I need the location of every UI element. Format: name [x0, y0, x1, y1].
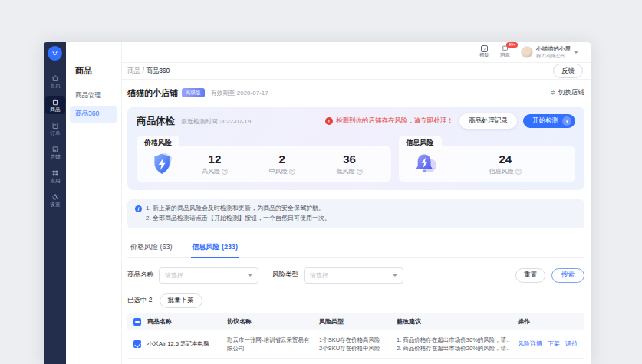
risk-type: 1个SKU存在价格高风险 2个SKU存在价格中风险: [319, 336, 397, 353]
col-product-name: 商品名称: [147, 317, 227, 326]
selection-bar: 已选中 2 批量下架: [127, 293, 584, 308]
risk-tabs: 价格风险 (63) 信息风险 (233): [127, 239, 584, 258]
health-check-card: 商品体检 最近检测时间 2022-07-19 ! 检测到你的店铺存在风险，请立即…: [127, 107, 584, 190]
adjust-price-link[interactable]: 调价: [565, 339, 578, 348]
help-icon: ?: [481, 45, 488, 52]
switch-shop-button[interactable]: 切换店铺: [550, 88, 584, 97]
product-name-label: 商品名称: [127, 271, 153, 280]
col-actions: 操作: [518, 317, 584, 326]
storefront-icon: [51, 146, 59, 153]
nav-item-label: 店铺: [50, 154, 60, 160]
agreement-name: 彩云市一张网-培训省云采贸易有限公司: [227, 336, 319, 353]
table-row: 小米 i5-11300H 笔记本电脑 关于滇塘县-打印机-框架协议的项目-培训省…: [127, 359, 584, 364]
company-name: 得力有限公司: [536, 53, 571, 59]
search-button[interactable]: 搜索: [551, 268, 584, 283]
table-header: 商品名称 协议名称 风险类型 整改建议 操作: [127, 313, 584, 330]
row-actions: 风险详情 下架 调价: [518, 339, 584, 348]
alert-icon: !: [325, 117, 333, 125]
risk-alert: ! 检测到你的店铺存在风险，请立即处理！: [325, 116, 453, 126]
info-icon: i: [135, 205, 142, 212]
notice-line: 1. 新上架的商品风险会及时检测和更新，为商品的安全保驾护航。: [146, 204, 331, 214]
table-row: 小米Air 12.5 笔记本电脑 彩云市一张网-培训省云采贸易有限公司 1个SK…: [127, 330, 584, 359]
apps-grid-icon: [51, 169, 59, 177]
nav-item-goods[interactable]: 商品: [45, 96, 65, 114]
nav-item-settings[interactable]: 设置: [45, 191, 65, 209]
select-all-checkbox[interactable]: [133, 318, 141, 326]
col-agreement-name: 协议名称: [227, 317, 319, 326]
swap-icon: [550, 90, 556, 96]
shield-lightning-icon: [149, 152, 176, 176]
shop-header: 猫猫的小店铺 高级版 有效期至 2020-07-17 切换店铺: [127, 85, 584, 100]
breadcrumb-parent[interactable]: 商品: [127, 67, 140, 74]
help-button[interactable]: ? 帮助: [479, 45, 489, 59]
nav-item-shop[interactable]: 店铺: [45, 143, 65, 162]
primary-sidebar: 首页 商品 订单 店铺 应用 设置: [44, 42, 66, 364]
feedback-button[interactable]: 反馈: [553, 64, 583, 78]
offshelf-link[interactable]: 下架: [548, 339, 560, 348]
submenu-item-goods-360[interactable]: 商品360: [70, 106, 117, 123]
health-check-title: 商品体检: [137, 115, 175, 128]
process-records-button[interactable]: 商品处理记录: [459, 113, 517, 129]
validity-text: 有效期至 2020-07-17: [211, 89, 268, 97]
nav-item-label: 设置: [50, 202, 60, 208]
stat-info-risk: 24 信息风险?: [443, 152, 568, 175]
help-tooltip-icon[interactable]: ?: [222, 169, 228, 175]
bell-lightning-icon: [411, 152, 439, 176]
account-menu[interactable]: 小喵喵的小屋 得力有限公司: [521, 45, 578, 59]
goods-icon: [51, 98, 59, 106]
col-risk-type: 风险类型: [319, 317, 397, 326]
selected-count: 已选中 2: [127, 296, 153, 305]
breadcrumb-row: 商品 / 商品360 反馈: [122, 63, 591, 80]
row-checkbox[interactable]: [133, 340, 141, 348]
app-logo[interactable]: [48, 46, 62, 61]
chevron-down-icon: [574, 51, 578, 54]
reset-button[interactable]: 重置: [515, 268, 545, 283]
risk-detail-link[interactable]: 风险详情: [518, 339, 542, 348]
stat-low-risk: 36 低风险?: [316, 152, 384, 175]
batch-offshelf-button[interactable]: 批量下架: [160, 293, 202, 308]
messages-button[interactable]: 99+ 消息: [500, 45, 510, 59]
risk-type-select[interactable]: 请选择: [304, 267, 403, 284]
nav-item-apps[interactable]: 应用: [45, 167, 65, 185]
price-risk-panel: 价格风险 12 高风险? 2: [137, 146, 391, 182]
messages-label: 消息: [500, 52, 510, 59]
nav-item-orders[interactable]: 订单: [45, 120, 65, 138]
gear-icon: [51, 193, 59, 201]
lightning-icon: [562, 116, 571, 126]
main-area: ? 帮助 99+ 消息 小喵喵的小屋 得力有限公司 商品: [122, 42, 591, 364]
stat-high-risk: 12 高风险?: [181, 152, 249, 175]
product-name-select[interactable]: 请选择: [159, 267, 258, 284]
chevron-down-icon: [248, 274, 252, 277]
secondary-sidebar: 商品 商品管理 商品360: [66, 42, 122, 364]
breadcrumb-current: 商品360: [146, 67, 170, 74]
submenu-title: 商品: [66, 65, 121, 77]
product-name: 小米Air 12.5 笔记本电脑: [147, 339, 227, 348]
app-window: 首页 商品 订单 店铺 应用 设置 商品 商品管理 商品360: [44, 42, 591, 364]
chevron-down-icon: [393, 274, 397, 277]
tab-info-risk[interactable]: 信息风险 (233): [191, 239, 240, 258]
risk-table: 商品名称 协议名称 风险类型 整改建议 操作 小米Air 12.5 笔记本电脑 …: [127, 313, 584, 364]
suggestion: 1. 商品价格存在超出市场价30%的风险，请... 2. 商品价格存在超出市场价…: [397, 336, 518, 353]
topbar: ? 帮助 99+ 消息 小喵喵的小屋 得力有限公司: [122, 42, 591, 63]
start-check-button[interactable]: 开始检测: [523, 114, 575, 128]
submenu-item-goods-management[interactable]: 商品管理: [70, 87, 117, 104]
help-tooltip-icon[interactable]: ?: [515, 169, 522, 175]
nav-item-home[interactable]: 首页: [45, 72, 65, 90]
mascot-logo-icon: [50, 48, 60, 58]
info-risk-panel: 信息风险 24 信息风险?: [399, 146, 575, 182]
help-tooltip-icon[interactable]: ?: [289, 169, 295, 175]
help-tooltip-icon[interactable]: ?: [357, 169, 363, 175]
user-name: 小喵喵的小屋: [536, 45, 571, 52]
help-label: 帮助: [479, 52, 489, 59]
avatar: [521, 46, 533, 58]
notice-line: 2. 全部商品检测请点击【开始检测】按钮，一个自然日可使用一次。: [146, 214, 331, 224]
info-risk-title: 信息风险: [399, 136, 442, 149]
col-suggestion: 整改建议: [397, 317, 518, 326]
page-content: 猫猫的小店铺 高级版 有效期至 2020-07-17 切换店铺 商品体检 最近检…: [122, 80, 591, 364]
tab-price-risk[interactable]: 价格风险 (63): [129, 239, 174, 257]
stat-medium-risk: 2 中风险?: [249, 152, 316, 175]
price-risk-title: 价格风险: [137, 136, 179, 149]
orders-icon: [51, 122, 59, 130]
nav-item-label: 订单: [50, 130, 60, 136]
info-notice: i 1. 新上架的商品风险会及时检测和更新，为商品的安全保驾护航。 2. 全部商…: [127, 199, 584, 228]
